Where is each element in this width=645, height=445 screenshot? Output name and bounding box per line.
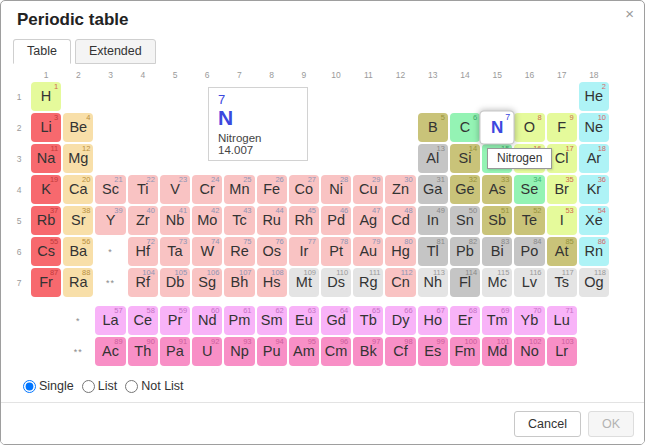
element-cell-Y[interactable]: 39Y	[95, 206, 125, 235]
element-cell-Pm[interactable]: 61Pm	[224, 306, 254, 335]
element-cell-Cf[interactable]: 98Cf	[385, 337, 415, 366]
element-cell-Mo[interactable]: 42Mo	[192, 206, 222, 235]
element-cell-Zr[interactable]: 40Zr	[128, 206, 158, 235]
element-cell-Pa[interactable]: 91Pa	[160, 337, 190, 366]
element-cell-No[interactable]: 102No	[514, 337, 544, 366]
element-cell-Cu[interactable]: 29Cu	[353, 175, 383, 204]
close-icon[interactable]: ×	[625, 6, 634, 21]
radio-single-input[interactable]	[23, 380, 36, 393]
element-cell-Tm[interactable]: 69Tm	[482, 306, 512, 335]
element-cell-Re[interactable]: 75Re	[224, 237, 254, 266]
element-cell-Mg[interactable]: 12Mg	[63, 144, 93, 173]
element-cell-Po[interactable]: 84Po	[514, 237, 544, 266]
element-cell-I[interactable]: 53I	[547, 206, 577, 235]
element-cell-Nb[interactable]: 41Nb	[160, 206, 190, 235]
element-cell-Np[interactable]: 93Np	[224, 337, 254, 366]
element-cell-Au[interactable]: 79Au	[353, 237, 383, 266]
element-cell-Fr[interactable]: 87Fr	[31, 268, 61, 297]
element-cell-Ds[interactable]: 110Ds	[321, 268, 351, 297]
element-cell-Ru[interactable]: 44Ru	[257, 206, 287, 235]
element-cell-Ir[interactable]: 77Ir	[289, 237, 319, 266]
element-cell-Pb[interactable]: 82Pb	[450, 237, 480, 266]
element-cell-Sb[interactable]: 51Sb	[482, 206, 512, 235]
element-cell-O[interactable]: 8O	[514, 113, 544, 142]
element-cell-Sm[interactable]: 62Sm	[257, 306, 287, 335]
element-cell-Eu[interactable]: 63Eu	[289, 306, 319, 335]
element-cell-Mn[interactable]: 25Mn	[224, 175, 254, 204]
element-cell-W[interactable]: 74W	[192, 237, 222, 266]
tab-extended[interactable]: Extended	[75, 39, 156, 64]
element-cell-K[interactable]: 19K	[31, 175, 61, 204]
element-cell-Bh[interactable]: 107Bh	[224, 268, 254, 297]
element-cell-Mt[interactable]: 109Mt	[289, 268, 319, 297]
element-cell-Cs[interactable]: 55Cs	[31, 237, 61, 266]
element-cell-At[interactable]: 85At	[547, 237, 577, 266]
radio-not-list-input[interactable]	[125, 380, 138, 393]
element-cell-Dy[interactable]: 66Dy	[385, 306, 415, 335]
radio-list[interactable]: List	[82, 379, 117, 393]
element-cell-La[interactable]: 57La	[95, 306, 125, 335]
element-cell-Rf[interactable]: 104Rf	[128, 268, 158, 297]
element-cell-Te[interactable]: 52Te	[514, 206, 544, 235]
element-cell-Os[interactable]: 76Os	[257, 237, 287, 266]
element-cell-Fl[interactable]: 114Fl	[450, 268, 480, 297]
element-cell-Ra[interactable]: 88Ra	[63, 268, 93, 297]
cancel-button[interactable]: Cancel	[514, 411, 581, 437]
element-cell-Nd[interactable]: 60Nd	[192, 306, 222, 335]
element-cell-Fm[interactable]: 100Fm	[450, 337, 480, 366]
element-cell-Na[interactable]: 11Na	[31, 144, 61, 173]
element-cell-Hf[interactable]: 72Hf	[128, 237, 158, 266]
element-cell-As[interactable]: 33As	[482, 175, 512, 204]
tab-table[interactable]: Table	[13, 39, 71, 64]
element-cell-Cd[interactable]: 48Cd	[385, 206, 415, 235]
element-cell-Al[interactable]: 13Al	[418, 144, 448, 173]
element-cell-Ni[interactable]: 28Ni	[321, 175, 351, 204]
element-cell-Ar[interactable]: 18Ar	[579, 144, 609, 173]
element-cell-Hs[interactable]: 108Hs	[257, 268, 287, 297]
element-cell-Es[interactable]: 99Es	[418, 337, 448, 366]
element-cell-Mc[interactable]: 115Mc	[482, 268, 512, 297]
element-cell-Nh[interactable]: 113Nh	[418, 268, 448, 297]
element-cell-Tc[interactable]: 43Tc	[224, 206, 254, 235]
element-cell-Ce[interactable]: 58Ce	[128, 306, 158, 335]
element-cell-Ac[interactable]: 89Ac	[95, 337, 125, 366]
element-cell-He[interactable]: 2He	[579, 82, 609, 111]
element-cell-Lu[interactable]: 71Lu	[547, 306, 577, 335]
element-cell-N[interactable]: 7N	[479, 110, 515, 144]
element-cell-C[interactable]: 6C	[450, 113, 480, 142]
element-cell-H[interactable]: 1H	[31, 82, 61, 111]
element-cell-Md[interactable]: 101Md	[482, 337, 512, 366]
element-cell-Pr[interactable]: 59Pr	[160, 306, 190, 335]
element-cell-Ho[interactable]: 67Ho	[418, 306, 448, 335]
element-cell-Ge[interactable]: 32Ge	[450, 175, 480, 204]
element-cell-Zn[interactable]: 30Zn	[385, 175, 415, 204]
element-cell-In[interactable]: 49In	[418, 206, 448, 235]
element-cell-Se[interactable]: 34Se	[514, 175, 544, 204]
element-cell-Kr[interactable]: 36Kr	[579, 175, 609, 204]
element-cell-Ga[interactable]: 31Ga	[418, 175, 448, 204]
element-cell-Db[interactable]: 105Db	[160, 268, 190, 297]
element-cell-Th[interactable]: 90Th	[128, 337, 158, 366]
element-cell-Tl[interactable]: 81Tl	[418, 237, 448, 266]
radio-not-list[interactable]: Not List	[125, 379, 183, 393]
element-cell-Ag[interactable]: 47Ag	[353, 206, 383, 235]
element-cell-Br[interactable]: 35Br	[547, 175, 577, 204]
element-cell-Bk[interactable]: 97Bk	[353, 337, 383, 366]
element-cell-Ts[interactable]: 117Ts	[547, 268, 577, 297]
element-cell-Sn[interactable]: 50Sn	[450, 206, 480, 235]
element-cell-Ba[interactable]: 56Ba	[63, 237, 93, 266]
element-cell-Fe[interactable]: 26Fe	[257, 175, 287, 204]
element-cell-Ne[interactable]: 10Ne	[579, 113, 609, 142]
element-cell-Bi[interactable]: 83Bi	[482, 237, 512, 266]
element-cell-V[interactable]: 23V	[160, 175, 190, 204]
element-cell-Lv[interactable]: 116Lv	[514, 268, 544, 297]
radio-single[interactable]: Single	[23, 379, 74, 393]
element-cell-Rh[interactable]: 45Rh	[289, 206, 319, 235]
element-cell-Cm[interactable]: 96Cm	[321, 337, 351, 366]
element-cell-Cr[interactable]: 24Cr	[192, 175, 222, 204]
ok-button[interactable]: OK	[588, 411, 634, 437]
element-cell-Rg[interactable]: 111Rg	[353, 268, 383, 297]
element-cell-Li[interactable]: 3Li	[31, 113, 61, 142]
element-cell-Be[interactable]: 4Be	[63, 113, 93, 142]
element-cell-Si[interactable]: 14Si	[450, 144, 480, 173]
